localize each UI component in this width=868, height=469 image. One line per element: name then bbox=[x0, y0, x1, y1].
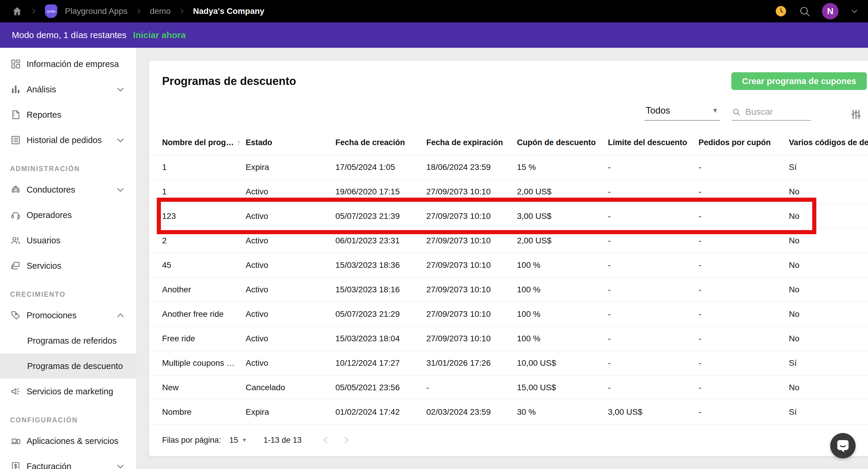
chevron-right-icon bbox=[30, 8, 37, 15]
table-cell: 27/09/2073 10:10 bbox=[426, 309, 517, 319]
table-cell: - bbox=[608, 261, 699, 270]
table-row[interactable]: 1Activo19/06/2020 17:1527/09/2073 10:102… bbox=[149, 179, 868, 204]
table-cell: Cancelado bbox=[246, 383, 335, 392]
sidebar-item-reportes[interactable]: Reportes bbox=[0, 102, 136, 127]
table-cell: 15/03/2023 18:04 bbox=[335, 334, 426, 343]
table-cell: - bbox=[608, 163, 699, 172]
chevron-down-icon[interactable] bbox=[850, 6, 859, 16]
table-cell: 3,00 US$ bbox=[517, 211, 608, 221]
sidebar-item-servicios-de-marketing[interactable]: Servicios de marketing bbox=[0, 379, 136, 404]
sidebar-item-label: Información de empresa bbox=[27, 59, 126, 69]
chat-bubble-icon bbox=[835, 438, 851, 454]
topbar: onde Playground Apps demo Nadya's Compan… bbox=[0, 0, 868, 23]
sidebar-item-operadores[interactable]: Operadores bbox=[0, 202, 136, 228]
table-cell: 3,00 US$ bbox=[608, 407, 699, 417]
sidebar-item-aplicaciones-servicios[interactable]: Aplicaciones & servicios bbox=[0, 428, 136, 454]
search-icon[interactable] bbox=[798, 5, 811, 18]
demo-banner-text: Modo demo, 1 días restantes bbox=[12, 30, 127, 40]
table-row[interactable]: 2Activo06/01/2023 23:3127/09/2073 10:102… bbox=[149, 228, 868, 253]
filter-settings-icon[interactable] bbox=[849, 108, 862, 121]
table-cell: Sí bbox=[789, 407, 868, 417]
column-header-6[interactable]: Límite del descuento bbox=[608, 138, 699, 147]
sidebar-item-programas-de-descuento[interactable]: Programas de descuento bbox=[0, 354, 136, 379]
table-cell: 27/09/2073 10:10 bbox=[426, 261, 517, 270]
table-row[interactable]: NewCancelado05/05/2021 23:56-15,00 US$--… bbox=[149, 375, 868, 400]
table-cell: No bbox=[789, 236, 868, 245]
table-row[interactable]: 45Activo15/03/2023 18:3627/09/2073 10:10… bbox=[149, 253, 868, 277]
table-cell: 30 % bbox=[517, 407, 608, 417]
main-area: Programas de descuento Crear programa de… bbox=[136, 48, 868, 469]
users-icon bbox=[10, 235, 21, 246]
table-row[interactable]: Free rideActivo15/03/2023 18:0427/09/207… bbox=[149, 326, 868, 351]
next-page-icon[interactable] bbox=[341, 435, 351, 445]
column-header-label: Pedidos por cupón bbox=[699, 138, 771, 147]
dropdown-arrow-icon: ▼ bbox=[712, 107, 718, 114]
demo-banner: Modo demo, 1 días restantes Iniciar ahor… bbox=[0, 23, 868, 48]
sidebar-section-header: CRECIMIENTO bbox=[0, 286, 136, 303]
sidebar-item-label: Historial de pedidos bbox=[27, 135, 110, 145]
breadcrumb-app[interactable]: Playground Apps bbox=[65, 6, 128, 16]
column-header-4[interactable]: Fecha de expiración bbox=[426, 138, 517, 147]
table-cell: 15/03/2023 18:36 bbox=[335, 261, 426, 270]
sidebar-item-historial-de-pedidos[interactable]: Historial de pedidos bbox=[0, 127, 136, 153]
table-cell: No bbox=[789, 187, 868, 196]
onde-app-badge: onde bbox=[45, 4, 57, 18]
table-row[interactable]: Another free rideActivo05/07/2023 21:292… bbox=[149, 302, 868, 326]
breadcrumb-workspace[interactable]: demo bbox=[150, 6, 170, 16]
home-icon[interactable] bbox=[12, 6, 23, 16]
table-row[interactable]: 1Expira17/05/2024 1:0518/06/2024 23:5915… bbox=[149, 155, 868, 179]
table-cell: Activo bbox=[246, 211, 335, 221]
sidebar-item-servicios[interactable]: Servicios bbox=[0, 253, 136, 278]
sort-ascending-icon: ↑ bbox=[237, 138, 241, 147]
column-header-5[interactable]: Cupón de descuento bbox=[517, 138, 608, 147]
billing-icon bbox=[10, 461, 21, 469]
table-cell: - bbox=[608, 309, 699, 319]
table-cell: 18/06/2024 23:59 bbox=[426, 163, 517, 172]
status-filter-select[interactable]: Todos ▼ bbox=[645, 105, 720, 121]
start-now-link[interactable]: Iniciar ahora bbox=[133, 30, 186, 40]
table-row[interactable]: AnotherActivo15/03/2023 18:1627/09/2073 … bbox=[149, 277, 868, 302]
chat-button[interactable] bbox=[830, 433, 856, 458]
table-cell: Sí bbox=[789, 358, 868, 368]
clock-icon[interactable] bbox=[775, 5, 787, 18]
table-cell: 17/05/2024 1:05 bbox=[335, 163, 426, 172]
rows-per-page-select[interactable]: 15 ▼ bbox=[229, 436, 247, 445]
create-coupon-program-button[interactable]: Crear programa de cupones bbox=[731, 72, 867, 90]
sidebar-item-promociones[interactable]: Promociones bbox=[0, 303, 136, 328]
sidebar-item-facturaci-n[interactable]: Facturación bbox=[0, 454, 136, 469]
column-header-3[interactable]: Fecha de creación bbox=[335, 138, 426, 147]
table-cell: 27/09/2073 10:10 bbox=[426, 236, 517, 245]
column-header-2[interactable]: Estado bbox=[246, 138, 335, 147]
marketing-icon bbox=[10, 386, 21, 397]
column-header-8[interactable]: Varios códigos de de bbox=[789, 138, 868, 147]
table-cell: Another free ride bbox=[162, 309, 246, 319]
sidebar-item-label: Aplicaciones & servicios bbox=[27, 436, 126, 446]
table-cell: 05/07/2023 21:39 bbox=[335, 211, 426, 221]
table-cell: Activo bbox=[246, 187, 335, 196]
column-header-1[interactable]: Nombre del prog…↑ bbox=[162, 138, 246, 147]
search-input[interactable] bbox=[745, 106, 811, 117]
sidebar-item-conductores[interactable]: Conductores bbox=[0, 177, 136, 202]
column-header-7[interactable]: Pedidos por cupón bbox=[699, 138, 789, 147]
sidebar-item-label: Conductores bbox=[27, 185, 110, 195]
sidebar-item-an-lisis[interactable]: Análisis bbox=[0, 77, 136, 102]
sidebar-item-label: Operadores bbox=[27, 210, 126, 220]
table-row[interactable]: 123Activo05/07/2023 21:3927/09/2073 10:1… bbox=[149, 204, 868, 228]
reports-icon bbox=[10, 109, 21, 120]
column-header-label: Nombre del prog… bbox=[162, 138, 234, 147]
previous-page-icon[interactable] bbox=[321, 435, 331, 445]
table-footer: Filas por página: 15 ▼ 1-13 de 13 bbox=[149, 435, 868, 445]
breadcrumb-company[interactable]: Nadya's Company bbox=[193, 6, 265, 16]
table-row[interactable]: Multiple coupons …Activo10/12/2024 17:27… bbox=[149, 351, 868, 375]
table-cell: Activo bbox=[246, 358, 335, 368]
sidebar-item-informaci-n-de-empresa[interactable]: Información de empresa bbox=[0, 51, 136, 77]
avatar[interactable]: N bbox=[822, 3, 838, 20]
sidebar-item-programas-de-referidos[interactable]: Programas de referidos bbox=[0, 328, 136, 354]
sidebar-item-label: Servicios de marketing bbox=[27, 387, 126, 396]
table-cell: 45 bbox=[162, 261, 246, 270]
table-cell: - bbox=[608, 285, 699, 294]
sidebar-item-usuarios[interactable]: Usuarios bbox=[0, 228, 136, 253]
table-cell: - bbox=[608, 187, 699, 196]
page-title: Programas de descuento bbox=[162, 75, 296, 88]
table-row[interactable]: NombreExpira01/02/2024 17:4202/03/2024 2… bbox=[149, 400, 868, 424]
